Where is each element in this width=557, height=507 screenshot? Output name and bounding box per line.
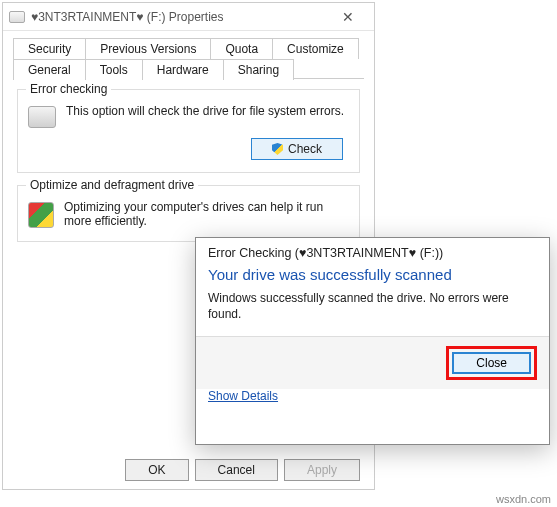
shield-icon [272, 143, 283, 155]
drive-icon [9, 11, 25, 23]
error-checking-dialog: Error Checking (♥3NT3RTAINMENT♥ (F:)) Yo… [195, 237, 550, 445]
defrag-icon [28, 202, 54, 228]
tabs-row-2: General Tools Hardware Sharing [13, 58, 364, 79]
defrag-group: Optimize and defragment drive Optimizing… [17, 185, 360, 242]
dialog-button-row: Close [196, 336, 549, 389]
footer-buttons: OK Cancel Apply [125, 459, 360, 481]
window-title: ♥3NT3RTAINMENT♥ (F:) Properties [31, 10, 328, 24]
tab-general[interactable]: General [13, 59, 86, 80]
tab-hardware[interactable]: Hardware [142, 59, 224, 80]
tabs-area: Security Previous Versions Quota Customi… [3, 31, 374, 79]
tab-quota[interactable]: Quota [210, 38, 273, 59]
titlebar: ♥3NT3RTAINMENT♥ (F:) Properties ✕ [3, 3, 374, 31]
check-button[interactable]: Check [251, 138, 343, 160]
error-checking-legend: Error checking [26, 82, 111, 96]
error-checking-text: This option will check the drive for fil… [66, 104, 349, 118]
drive-check-icon [28, 106, 56, 128]
close-button[interactable]: Close [452, 352, 531, 374]
close-icon[interactable]: ✕ [328, 9, 368, 25]
apply-button: Apply [284, 459, 360, 481]
show-details-link[interactable]: Show Details [196, 389, 549, 413]
ok-button[interactable]: OK [125, 459, 188, 481]
watermark: wsxdn.com [496, 493, 551, 505]
tab-sharing[interactable]: Sharing [223, 59, 294, 80]
tab-customize[interactable]: Customize [272, 38, 359, 59]
cancel-button[interactable]: Cancel [195, 459, 278, 481]
dialog-title: Error Checking (♥3NT3RTAINMENT♥ (F:)) [196, 238, 549, 266]
check-button-label: Check [288, 142, 322, 156]
tabs-row-1: Security Previous Versions Quota Customi… [13, 37, 364, 58]
dialog-heading: Your drive was successfully scanned [196, 266, 549, 291]
defrag-legend: Optimize and defragment drive [26, 178, 198, 192]
dialog-body: Windows successfully scanned the drive. … [196, 291, 549, 322]
defrag-text: Optimizing your computer's drives can he… [64, 200, 349, 229]
close-button-highlight: Close [446, 346, 537, 380]
tab-previous-versions[interactable]: Previous Versions [85, 38, 211, 59]
tab-security[interactable]: Security [13, 38, 86, 59]
error-checking-group: Error checking This option will check th… [17, 89, 360, 173]
tab-tools[interactable]: Tools [85, 59, 143, 80]
